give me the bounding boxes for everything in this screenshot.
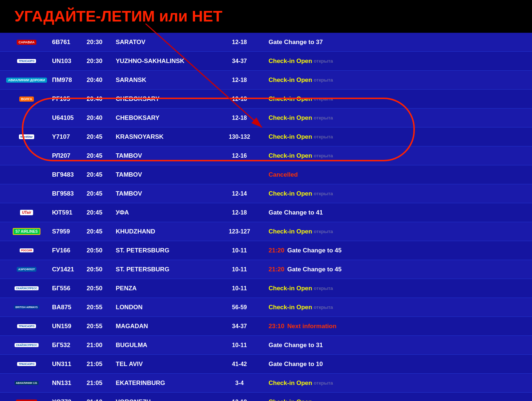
departure-time: 20:40 [87,76,116,84]
logo-cell: АВИАЛИНИИ ДОРОЖИ [3,78,50,83]
departure-time: 20:45 [87,228,116,235]
checkin-counter: 12-18 [218,77,261,83]
airline-logo: ТРАНСАЭРО [17,324,36,328]
flight-row: СКАЙЭКСПРЕСС БГ532 21:00 BUGULMA 10-11 G… [0,336,532,355]
airline-logo: АЭРОФЛОТ [17,267,36,272]
flight-status: Check-in Openоткрыта [261,58,529,65]
destination: KRASNOYARSK [116,133,218,141]
status-text: Check-in Open [269,304,312,311]
checkin-counter: 56-59 [218,304,261,311]
flight-status: Check-in Openоткрыта [261,190,529,197]
destination: TAMBOV [116,152,218,160]
checkin-counter: 10-11 [218,285,261,292]
flight-number: UN103 [50,58,87,65]
flight-row: BRITISH AIRWAYS BA875 20:55 LONDON 56-59… [0,298,532,317]
status-time: 23:10 [269,323,284,330]
flight-row: АВИАЛИНИИ ДОРОЖИ ПМ978 20:40 SARANSK 12-… [0,71,532,90]
status-text: Gate Change to 41 [269,209,323,216]
airline-logo: ТРАНСАЭРО [17,362,36,366]
checkin-counter: 34-37 [218,323,261,330]
status-faded: открыта [314,304,333,310]
flight-status: Gate Change to 41 [261,209,529,216]
status-text: Gate Change to 45 [287,247,341,254]
flight-status: Check-in Openоткрыта [261,398,529,401]
flight-row: S7 AIRLINES S7959 20:45 KHUDZHAND 123-12… [0,222,532,241]
status-text: Check-in Open [269,58,312,65]
flight-number: S7959 [50,228,87,235]
departure-time: 20:55 [87,323,116,330]
status-text: Check-in Open [269,398,312,401]
flight-status: Check-in Openоткрыта [261,152,529,160]
departure-time: 20:55 [87,304,116,311]
flight-status: Cancelled [261,171,529,178]
flight-number: FV166 [50,247,87,254]
destination: PENZA [116,285,218,292]
flight-row: РОССИЯ FV166 20:50 ST. PETERSBURG 10-11 … [0,241,532,260]
destination: YUZHNO-SAKHALINSK [116,58,218,65]
destination: ST. PETERSBURG [116,247,218,254]
flight-row: NordStar Y7107 20:45 KRASNOYARSK 130-132… [0,127,532,146]
status-faded: открыта [314,77,333,83]
checkin-counter: 123-127 [218,228,261,235]
logo-cell: ТРАНСАЭРО [3,59,50,63]
departure-time: 20:45 [87,190,116,197]
departure-time: 21:10 [87,398,116,401]
airline-logo: САРАВИА [17,40,36,45]
logo-cell: UTair [3,210,50,215]
flight-row: ВГ9483 20:45 TAMBOV Cancelled [0,165,532,184]
flight-number: ВГ9483 [50,171,87,178]
status-faded: открыта [314,229,333,234]
status-time: 21:20 [269,266,284,273]
airline-logo: АВИАЛИНИИ 131 [15,381,39,385]
status-text: Check-in Open [269,190,312,197]
destination: EKATERINBURG [116,380,218,387]
status-faded: открыта [314,191,333,196]
status-faded: открыта [314,96,333,102]
departure-time: 21:00 [87,342,116,349]
flight-row: ВОЛГА РГ105 20:40 CHEBOKSARY 12-18 Check… [0,90,532,109]
flight-status: Check-in Openоткрыта [261,228,529,235]
flight-row: АТЛАСДЖЕТ YQ772 21:10 VORONEZH 12-18 Che… [0,393,532,401]
status-text: Cancelled [269,171,298,178]
destination: LONDON [116,304,218,311]
checkin-counter: 12-18 [218,115,261,121]
departure-time: 20:40 [87,95,116,103]
status-text: Check-in Open [269,228,312,235]
flight-row: СКАЙЭКСПРЕСС БГ556 20:50 PENZA 10-11 Che… [0,279,532,298]
flight-status: 23:10Next information [261,323,529,330]
departure-time: 20:45 [87,152,116,160]
logo-cell: АЭРОФЛОТ [3,267,50,272]
airline-logo: СКАЙЭКСПРЕСС [15,286,39,290]
status-faded: открыта [314,380,333,386]
destination: TEL AVIV [116,361,218,368]
checkin-counter: 3-4 [218,380,261,386]
checkin-counter: 41-42 [218,361,261,367]
checkin-counter: 12-18 [218,399,261,401]
airline-logo: ТРАНСАЭРО [17,59,36,63]
departure-time: 20:40 [87,114,116,122]
departure-time: 20:30 [87,58,116,65]
flight-row: ВГ9583 20:45 TAMBOV 12-14 Check-in Openо… [0,184,532,203]
flight-number: 6В761 [50,39,87,46]
status-text: Check-in Open [269,95,312,103]
departure-time: 21:05 [87,361,116,368]
status-text: Gate Change to 10 [269,361,323,368]
destination: SARANSK [116,76,218,84]
flight-row: АВИАЛИНИИ 131 NN131 21:05 EKATERINBURG 3… [0,374,532,393]
flight-status: Check-in Openоткрыта [261,133,529,141]
departure-time: 20:45 [87,133,116,141]
status-text: Gate Change to 37 [269,39,323,46]
flight-number: ПМ978 [50,76,87,84]
status-text: Check-in Open [269,285,312,292]
flight-status: Check-in Openоткрыта [261,304,529,311]
airline-logo: NordStar [19,134,34,139]
flight-status: Check-in Openоткрыта [261,380,529,387]
checkin-counter: 12-18 [218,39,261,46]
flight-number: U64105 [50,114,87,122]
checkin-counter: 12-18 [218,209,261,216]
checkin-counter: 10-11 [218,266,261,273]
logo-cell: АВИАЛИНИИ 131 [3,381,50,385]
flight-row: ТРАНСАЭРО UN311 21:05 TEL AVIV 41-42 Gat… [0,355,532,374]
checkin-counter: 12-14 [218,190,261,197]
status-text: Check-in Open [269,114,312,122]
